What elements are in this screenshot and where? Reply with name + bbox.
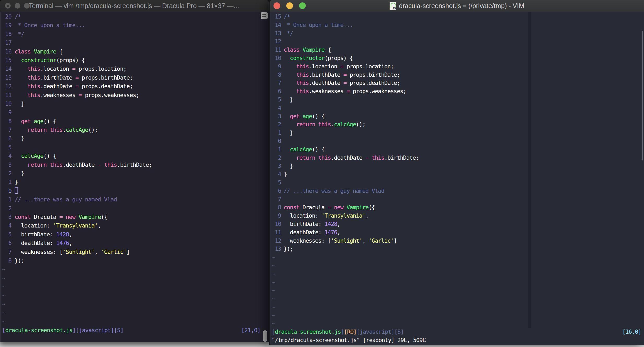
code-line[interactable]: 10 birthDate: 1428, xyxy=(270,220,644,228)
code-line[interactable]: 0 xyxy=(0,187,269,195)
code-line[interactable]: 3 get age() { xyxy=(270,112,644,121)
code-text: return this.calcAge(); xyxy=(15,127,98,133)
code-line[interactable]: 16class Vampire { xyxy=(0,47,269,56)
code-line[interactable]: 12 weaknesses: ['Sunlight', 'Garlic'] xyxy=(270,237,644,245)
close-button[interactable] xyxy=(273,2,280,9)
code-line[interactable]: 2 return this.deathDate - this.birthDate… xyxy=(270,154,644,162)
minimize-button[interactable] xyxy=(15,3,20,9)
code-token: () { xyxy=(43,153,56,159)
line-number: 13 xyxy=(272,29,281,38)
code-line[interactable]: 5 birthDate: 1428, xyxy=(0,230,269,239)
code-line[interactable]: 8 this.birthDate = props.birthDate; xyxy=(270,71,644,79)
code-line[interactable]: 1 } xyxy=(270,129,644,137)
code-line[interactable]: 9 this.location = props.location; xyxy=(270,62,644,71)
code-text: deathDate: 1476, xyxy=(284,229,340,236)
code-token xyxy=(331,204,334,211)
code-line[interactable]: 20/* xyxy=(0,12,269,21)
code-token: dracula-screenshot.js xyxy=(5,327,72,333)
code-line[interactable]: 14 this.location = props.location; xyxy=(0,64,269,73)
code-line[interactable]: 8const Dracula = new Vampire({ xyxy=(270,203,644,212)
code-line[interactable]: 7 this.deathDate = props.deathDate; xyxy=(270,79,644,87)
code-line[interactable]: 6 deathDate: 1476, xyxy=(0,239,269,247)
code-line[interactable]: 8 get age() { xyxy=(0,117,269,125)
vim-editor-area[interactable]: 15/*14 * Once upon a time...13 */1211cla… xyxy=(270,12,644,345)
vim-editor-area[interactable]: 20/*19 * Once upon a time...18 */1716cla… xyxy=(0,12,269,342)
code-token: ] xyxy=(394,237,397,244)
terminal-scrollbar-thumb[interactable] xyxy=(263,330,267,342)
code-line[interactable]: 5 } xyxy=(270,95,644,104)
code-token: = xyxy=(343,71,347,78)
code-line[interactable]: 4 location: 'Transylvania', xyxy=(0,221,269,230)
code-token: } xyxy=(284,129,293,136)
code-line[interactable]: 8}); xyxy=(0,256,269,265)
code-line[interactable]: 15/* xyxy=(270,13,644,21)
code-line[interactable]: 5 xyxy=(0,143,269,152)
code-line[interactable]: 0 xyxy=(270,137,644,145)
macvim-scrollbar-thumb[interactable] xyxy=(642,31,643,160)
code-line[interactable]: 17 xyxy=(0,38,269,47)
close-button[interactable] xyxy=(5,3,11,9)
empty-buffer-line: ~ xyxy=(0,317,269,326)
code-line[interactable]: 18 */ xyxy=(0,30,269,38)
code-text: const Dracula = new Vampire({ xyxy=(15,214,107,220)
code-line[interactable]: 1 calcAge() { xyxy=(270,145,644,154)
code-token: return xyxy=(27,127,46,133)
code-line[interactable]: 2 } xyxy=(0,169,269,178)
split-pane-button[interactable] xyxy=(261,12,268,19)
code-line[interactable]: 4 xyxy=(270,104,644,112)
statusline-file-info: [dracula-screenshot.js][javascript][S] xyxy=(2,326,123,334)
code-line[interactable]: 14 * Once upon a time... xyxy=(270,21,644,29)
code-line[interactable]: 19 * Once upon a time... xyxy=(0,21,269,29)
code-token: } xyxy=(15,100,24,107)
code-line[interactable]: 9 location: 'Transylvania', xyxy=(270,212,644,220)
code-line[interactable]: 10 } xyxy=(0,99,269,108)
code-token: () { xyxy=(312,113,324,119)
code-token: new xyxy=(334,204,343,211)
line-number: 17 xyxy=(2,38,11,47)
code-text: birthDate: 1428, xyxy=(284,221,340,227)
code-line[interactable]: 13 */ xyxy=(270,29,644,38)
code-token: 1476 xyxy=(56,240,69,246)
code-line[interactable]: 13 this.birthDate = props.birthDate; xyxy=(0,73,269,82)
code-line[interactable]: 5 xyxy=(270,178,644,187)
code-token xyxy=(15,127,27,133)
code-token xyxy=(15,92,27,98)
code-line[interactable]: 11 deathDate: 1476, xyxy=(270,228,644,237)
zoom-button[interactable] xyxy=(24,3,30,9)
code-line[interactable]: 1// ...there was a guy named Vlad xyxy=(0,195,269,204)
code-token: age xyxy=(34,118,44,124)
code-line[interactable]: 2 xyxy=(0,204,269,213)
code-token: }); xyxy=(15,257,24,264)
code-line[interactable]: 1} xyxy=(0,178,269,186)
code-line[interactable]: 12 this.deathDate = props.deathDate; xyxy=(0,82,269,91)
code-token: } xyxy=(284,96,293,103)
line-number: 8 xyxy=(2,117,11,125)
zoom-button[interactable] xyxy=(299,2,306,9)
code-line[interactable]: 6 this.weaknesses = props.weaknesses; xyxy=(270,87,644,95)
code-line[interactable]: 3 } xyxy=(270,162,644,170)
code-line[interactable]: 6 } xyxy=(0,134,269,143)
code-line[interactable]: 3const Dracula = new Vampire({ xyxy=(0,213,269,221)
code-line[interactable]: 12 xyxy=(270,37,644,46)
code-token: = xyxy=(343,80,347,86)
code-line[interactable]: 4} xyxy=(270,170,644,178)
macvim-titlebar[interactable]: JS dracula-screenshot.js = (/private/tmp… xyxy=(270,0,644,12)
code-line[interactable]: 10 constructor(props) { xyxy=(270,54,644,62)
code-line[interactable]: 6// ...there was a guy named Vlad xyxy=(270,187,644,195)
code-line[interactable]: 7 return this.calcAge(); xyxy=(0,125,269,134)
code-line[interactable]: 3 return this.deathDate - this.birthDate… xyxy=(0,160,269,169)
terminal-titlebar[interactable]: Terminal — vim /tmp/dracula-screenshot.j… xyxy=(0,0,269,12)
code-line[interactable]: 13}); xyxy=(270,245,644,253)
code-line[interactable]: 15 constructor(props) { xyxy=(0,56,269,64)
code-line[interactable]: 2 return this.calcAge(); xyxy=(270,120,644,129)
code-line[interactable]: 7 weaknesses: ['Sunlight', 'Garlic'] xyxy=(0,248,269,256)
code-line[interactable]: 11class Vampire { xyxy=(270,46,644,54)
code-token: weaknesses: [ xyxy=(15,249,63,255)
code-line[interactable]: 7 xyxy=(270,195,644,204)
code-line[interactable]: 4 calcAge() { xyxy=(0,152,269,160)
line-number: 11 xyxy=(272,228,281,237)
code-line[interactable]: 9 xyxy=(0,108,269,117)
code-line[interactable]: 11 this.weaknesses = props.weaknesses; xyxy=(0,91,269,99)
line-number: 11 xyxy=(2,91,11,99)
minimize-button[interactable] xyxy=(286,2,293,9)
